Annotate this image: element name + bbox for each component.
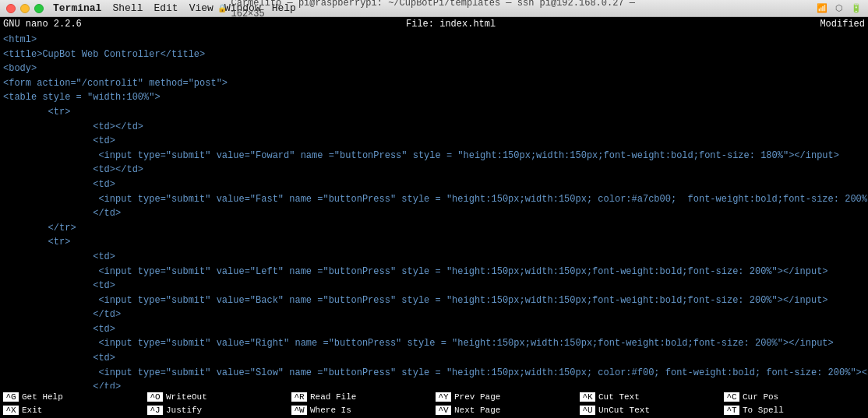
- shortcut-label: Next Page: [454, 406, 500, 415]
- editor-line: <td>: [3, 250, 865, 265]
- editor-line: <html>: [3, 33, 865, 47]
- editor-line: <body>: [3, 61, 865, 76]
- shortcut-item: ^VNext Page: [432, 406, 577, 415]
- shortcut-key: ^Y: [436, 392, 451, 402]
- editor-line: <input type="submit" value="Back" name =…: [3, 293, 865, 308]
- shortcut-item: ^GGet Help: [0, 392, 144, 402]
- shortcut-label: UnCut Text: [598, 406, 650, 415]
- shortcut-key: ^J: [147, 406, 163, 415]
- wifi-icon: 📶: [817, 3, 827, 14]
- lock-icon: 🔒: [217, 4, 227, 13]
- editor-line: <td></td>: [3, 120, 865, 135]
- editor-line: </td>: [3, 307, 865, 322]
- shortcut-label: Prev Page: [454, 392, 500, 402]
- editor-line: <td>: [3, 177, 865, 192]
- editor-line: <title>CupBot Web Controller</title>: [3, 47, 865, 62]
- shortcut-item: ^WWhere Is: [288, 406, 432, 415]
- shortcut-item: ^CCur Pos: [721, 392, 865, 402]
- nano-filename: File: index.html: [82, 19, 820, 30]
- editor-line: <tr>: [3, 105, 865, 120]
- editor-line: <td>: [3, 134, 865, 149]
- editor-line: </tr>: [3, 221, 865, 236]
- battery-icon: 🔋: [851, 3, 862, 14]
- nano-modified: Modified: [820, 19, 865, 30]
- editor-line: <td>: [3, 322, 865, 337]
- menu-item-view[interactable]: View: [189, 2, 213, 14]
- editor-line: </td>: [3, 380, 865, 388]
- shortcut-key: ^R: [291, 392, 307, 402]
- shortcuts-row-1: ^GGet Help^OWriteOut^RRead File^YPrev Pa…: [0, 390, 868, 403]
- editor-line: <form action="/controlit" method="post">: [3, 76, 865, 91]
- title-bar-right-icons: 📶 ⬡ 🔋: [817, 3, 862, 14]
- shortcut-label: Read File: [310, 392, 356, 402]
- editor-line: <input type="submit" value="Fast" name =…: [3, 192, 865, 207]
- shortcut-label: Get Help: [22, 392, 63, 402]
- shortcut-key: ^K: [580, 392, 595, 402]
- editor-line: <td>: [3, 351, 865, 366]
- editor-line: <input type="submit" value="Right" name …: [3, 336, 865, 351]
- menu-item-terminal[interactable]: Terminal: [53, 2, 101, 14]
- shortcut-item: ^RRead File: [288, 392, 432, 402]
- menu-item-edit[interactable]: Edit: [153, 2, 178, 14]
- shortcut-item: ^XExit: [0, 406, 144, 415]
- editor-line: <input type="submit" value="Slow" name =…: [3, 366, 865, 381]
- shortcut-key: ^T: [724, 406, 739, 415]
- shortcut-key: ^G: [3, 392, 19, 402]
- menu-item-shell[interactable]: Shell: [112, 2, 143, 14]
- shortcut-label: WriteOut: [166, 392, 207, 402]
- editor-line: <input type="submit" value="Left" name =…: [3, 265, 865, 279]
- editor-line: <table style = "width:100%">: [3, 90, 865, 105]
- shortcut-key: ^V: [436, 406, 451, 415]
- close-button[interactable]: [6, 4, 16, 13]
- shortcut-item: ^TTo Spell: [721, 406, 865, 415]
- shortcut-label: Cur Pos: [743, 392, 778, 402]
- editor-line: <td>: [3, 279, 865, 293]
- window-title: 🔒 Carmelito — pi@raspberrypi: ~/CupBotPi…: [217, 0, 651, 19]
- shortcut-label: Exit: [22, 406, 42, 415]
- shortcut-label: Cut Text: [598, 392, 640, 402]
- bluetooth-icon: ⬡: [834, 3, 845, 14]
- editor-line: <input type="submit" value="Foward" name…: [3, 149, 865, 163]
- nano-top-bar: GNU nano 2.2.6 File: index.html Modified: [0, 17, 868, 31]
- shortcut-item: ^OWriteOut: [144, 392, 288, 402]
- shortcut-key: ^O: [147, 392, 163, 402]
- editor-line: </td>: [3, 206, 865, 221]
- shortcut-item: ^YPrev Page: [432, 392, 577, 402]
- title-bar: Terminal Shell Edit View Window Help 🔒 C…: [0, 0, 868, 17]
- nano-version: GNU nano 2.2.6: [3, 19, 82, 30]
- shortcuts-row-2: ^XExit^JJustify^WWhere Is^VNext Page^UUn…: [0, 403, 868, 416]
- shortcut-key: ^X: [3, 406, 19, 415]
- shortcut-label: Where Is: [310, 406, 351, 415]
- nano-bottom-bar: ^GGet Help^OWriteOut^RRead File^YPrev Pa…: [0, 388, 868, 418]
- minimize-button[interactable]: [20, 4, 30, 13]
- zoom-button[interactable]: [34, 4, 44, 13]
- shortcut-label: Justify: [166, 406, 202, 415]
- editor-line: <tr>: [3, 235, 865, 250]
- shortcut-item: ^JJustify: [144, 406, 288, 415]
- shortcut-key: ^U: [580, 406, 595, 415]
- editor-line: <td></td>: [3, 163, 865, 177]
- traffic-lights[interactable]: [6, 4, 44, 13]
- shortcut-label: To Spell: [743, 406, 784, 415]
- shortcut-item: ^KCut Text: [577, 392, 721, 402]
- shortcut-key: ^C: [724, 392, 739, 402]
- shortcut-key: ^W: [291, 406, 307, 415]
- shortcut-item: ^UUnCut Text: [577, 406, 721, 415]
- editor-area[interactable]: <html><title>CupBot Web Controller</titl…: [0, 31, 868, 388]
